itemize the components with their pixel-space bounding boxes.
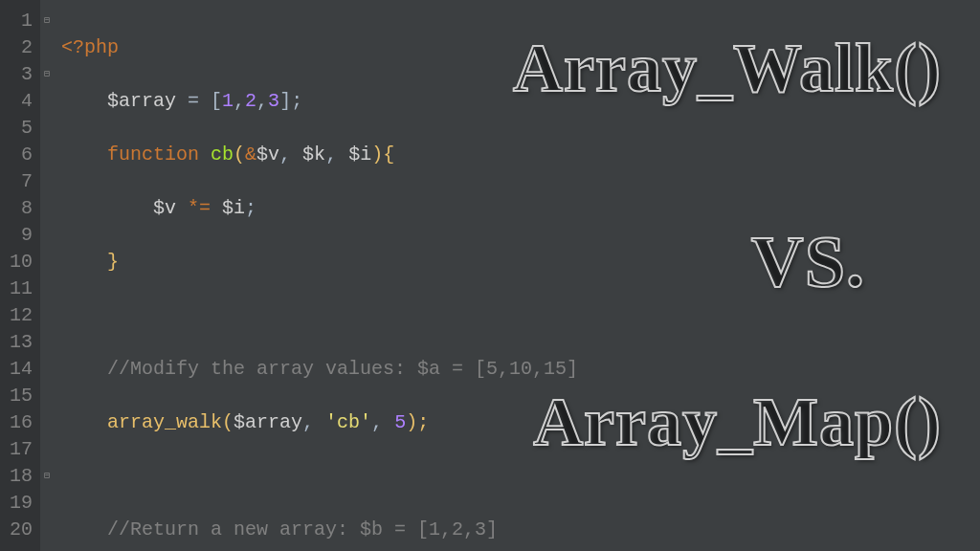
line-number: 18 [4,463,33,490]
code-editor: 1 2 3 4 5 6 7 8 9 10 11 12 13 14 15 16 1… [0,0,980,551]
fold-toggle[interactable]: ⊟ [40,61,54,88]
line-number-gutter: 1 2 3 4 5 6 7 8 9 10 11 12 13 14 15 16 1… [0,0,40,551]
fold-toggle [40,436,54,463]
line-number: 9 [4,222,33,249]
code-line: $v *= $i; [61,195,612,222]
line-number: 17 [4,436,33,463]
line-number: 16 [4,409,33,436]
fold-toggle [40,249,54,276]
code-line: $array = [1,2,3]; [61,88,612,115]
line-number: 19 [4,490,33,517]
line-number: 13 [4,329,33,356]
code-line [61,463,612,490]
code-line: function cb(&$v, $k, $i){ [61,142,612,168]
line-number: 3 [4,61,33,88]
line-number: 4 [4,88,33,115]
fold-toggle [40,409,54,436]
line-number: 7 [4,168,33,195]
line-number: 10 [4,249,33,276]
code-line: <?php [61,34,612,61]
line-number: 15 [4,383,33,409]
code-line: //Return a new array: $b = [1,2,3] [61,517,612,543]
line-number: 14 [4,356,33,383]
fold-toggle [40,222,54,249]
fold-toggle [40,115,54,142]
fold-toggle[interactable]: ⊟ [40,8,54,34]
line-number: 11 [4,276,33,302]
fold-toggle [40,142,54,168]
fold-toggle [40,168,54,195]
fold-toggle [40,195,54,222]
line-number: 6 [4,142,33,168]
fold-toggle [40,88,54,115]
code-line: array_walk($array, 'cb', 5); [61,409,612,436]
code-line: } [61,249,612,276]
fold-toggle [40,276,54,302]
line-number: 2 [4,34,33,61]
fold-toggle [40,383,54,409]
fold-toggle [40,302,54,329]
fold-toggle [40,34,54,61]
fold-toggle [40,517,54,543]
line-number: 1 [4,8,33,34]
line-number: 8 [4,195,33,222]
line-number: 20 [4,517,33,543]
fold-toggle [40,329,54,356]
fold-toggle [40,356,54,383]
line-number: 12 [4,302,33,329]
fold-toggle[interactable]: ⊟ [40,463,54,490]
fold-column: ⊟ ⊟ ⊟ [40,0,54,551]
code-area[interactable]: <?php $array = [1,2,3]; function cb(&$v,… [54,0,612,551]
code-line [61,302,612,329]
line-number: 5 [4,115,33,142]
code-line: //Modify the array values: $a = [5,10,15… [61,356,612,383]
fold-toggle [40,490,54,517]
